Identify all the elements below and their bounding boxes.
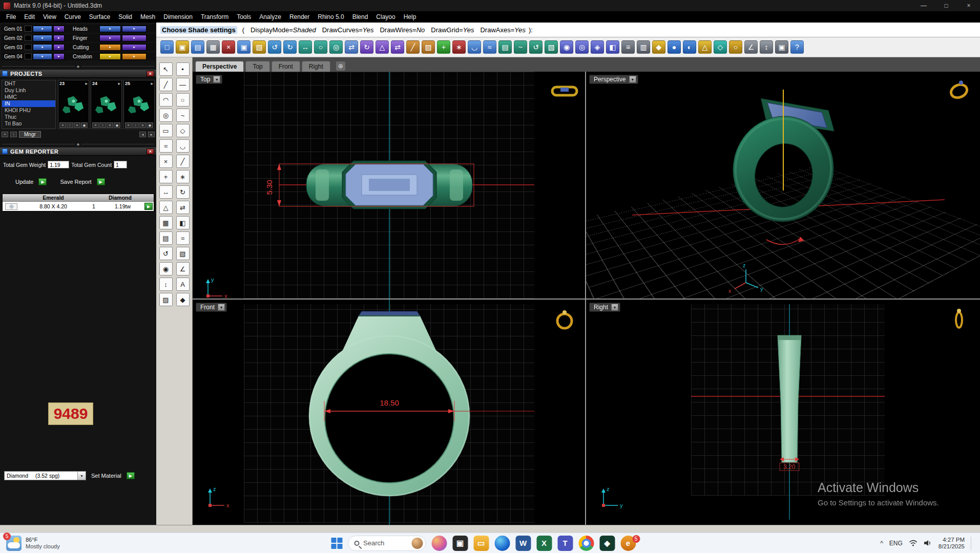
tray-chevron-icon[interactable]: ^ (880, 540, 883, 547)
select-arrow-icon[interactable]: ↖ (159, 62, 173, 76)
tab-right[interactable]: Right (302, 61, 330, 72)
thumb-load-icon[interactable]: ↑ (99, 122, 106, 128)
gem-button-alt[interactable]: ▸ (53, 26, 65, 32)
offset-icon[interactable]: ≈ (483, 40, 496, 54)
viewport-top-label[interactable]: Top ▾ (196, 75, 222, 84)
mode-button[interactable]: ▸ (99, 35, 121, 41)
command-option[interactable]: DrawAxes=Yes (480, 26, 526, 34)
viewport-menu-caret-icon[interactable]: ▾ (218, 304, 225, 311)
save-report-button[interactable]: ▶ (97, 178, 105, 185)
dropdown-caret-icon[interactable]: ▾ (77, 472, 86, 480)
redo-icon[interactable]: ↻ (283, 40, 297, 54)
menu-item[interactable]: Render (285, 11, 314, 23)
lights-icon[interactable]: △ (698, 40, 712, 54)
project-item[interactable]: Thuc (2, 114, 55, 120)
help-icon[interactable]: ? (790, 40, 804, 54)
polygon-icon[interactable]: ◇ (176, 124, 190, 137)
chrome-icon[interactable] (578, 536, 594, 551)
viewport-menu-caret-icon[interactable]: ▾ (629, 76, 636, 83)
dimension-icon[interactable]: ↕ (159, 278, 173, 291)
search-box[interactable]: Search (348, 536, 426, 551)
project-item[interactable]: DHT (2, 80, 55, 87)
viewport-perspective-label[interactable]: Perspective ▾ (589, 75, 638, 84)
materials-icon[interactable]: ◆ (652, 40, 665, 54)
command-bar[interactable]: Choose Shade settings ( DisplayMode=Shad… (156, 23, 980, 37)
minimize-button[interactable]: — (912, 0, 935, 11)
split-icon[interactable]: ▨ (422, 40, 435, 54)
offset-curve-icon[interactable]: ≈ (159, 139, 173, 153)
gem-reporter-close-icon[interactable]: × (147, 148, 154, 155)
project-item[interactable]: Tri Bao (2, 120, 55, 127)
menu-item[interactable]: Help (400, 11, 421, 23)
command-option[interactable]: DisplayMode=Shaded (251, 26, 316, 34)
project-thumbnail[interactable]: 25 ▸ + ↑ × ◆ (123, 80, 155, 129)
thumb-gem-icon[interactable]: ◆ (81, 122, 88, 128)
raytrace-icon[interactable]: ◐ (683, 40, 696, 54)
thumb-delete-icon[interactable]: × (139, 122, 146, 128)
mode-button-alt[interactable]: ▸ (122, 44, 147, 51)
project-up-icon[interactable]: ↑ (10, 132, 17, 137)
menu-item[interactable]: Mesh (136, 11, 159, 23)
gem-tool-icon[interactable]: ◇ (714, 40, 727, 54)
close-button[interactable]: × (957, 0, 980, 11)
matrix-app-icon[interactable]: ◆ (599, 536, 615, 551)
cut-icon[interactable]: × (222, 40, 235, 54)
gem-button-alt[interactable]: ▸ (53, 53, 65, 60)
copy-icon[interactable]: ▣ (237, 40, 251, 54)
gumball-icon[interactable]: ◆ (176, 293, 190, 306)
viewport-menu-caret-icon[interactable]: ▾ (213, 76, 220, 83)
thumb-load-icon[interactable]: ↑ (132, 122, 139, 128)
viewport-perspective[interactable]: Perspective ▾ (586, 72, 980, 299)
dimension-icon[interactable]: ↕ (760, 40, 773, 54)
text-icon[interactable]: A (176, 278, 190, 291)
gem-color-swatch[interactable] (25, 26, 32, 32)
command-option[interactable]: DrawWires=No (380, 26, 425, 34)
gem-color-swatch[interactable] (25, 53, 32, 59)
command-option[interactable]: DrawCurves=Yes (322, 26, 374, 34)
mode-button[interactable]: ▸ (99, 44, 121, 51)
boolean-icon[interactable]: ◉ (159, 262, 173, 275)
thumb-add-icon[interactable]: + (125, 122, 132, 128)
hatch-icon[interactable]: ▨ (159, 293, 173, 306)
save-icon[interactable]: ▤ (191, 40, 204, 54)
circle-icon[interactable]: ○ (176, 93, 190, 107)
update-button[interactable]: ▶ (38, 178, 47, 185)
gem-button[interactable]: ▸ (33, 53, 52, 60)
thumbnail-next-icon[interactable]: ▸ (151, 81, 153, 86)
panel-splitter[interactable]: ◆ (0, 65, 156, 68)
clock[interactable]: 4:27 PM 8/21/2025 (939, 537, 965, 550)
trim-icon[interactable]: × (159, 155, 173, 168)
excel-icon[interactable]: X (536, 536, 552, 551)
menu-item[interactable]: File (2, 11, 20, 23)
explode-icon[interactable]: ∗ (452, 40, 466, 54)
revolve-icon[interactable]: ↺ (159, 247, 173, 260)
sweep-icon[interactable]: ~ (514, 40, 527, 54)
mode-button-alt[interactable]: ▸ (122, 35, 147, 41)
project-item[interactable]: HMC (2, 94, 55, 100)
line-icon[interactable]: ╱ (159, 78, 173, 91)
zoom-icon[interactable]: ○ (314, 40, 327, 54)
extrude-icon[interactable]: ▧ (545, 40, 558, 54)
total-count-value[interactable]: 1 (114, 161, 127, 168)
menu-item[interactable]: Curve (60, 11, 85, 23)
teams-icon[interactable]: T (557, 536, 573, 551)
surface-icon[interactable]: ◧ (176, 216, 190, 229)
rectangle-icon[interactable]: ▭ (159, 124, 173, 137)
project-add-icon[interactable]: + (2, 132, 8, 137)
project-item[interactable]: KHOI PHU (2, 107, 55, 114)
project-next-icon[interactable]: ▸ (148, 132, 155, 137)
ellipse-icon[interactable]: ◎ (159, 109, 173, 122)
move-icon[interactable]: ⇄ (345, 40, 358, 54)
viewport-right[interactable]: Right ▾ 3.20 (586, 300, 980, 525)
settings-icon[interactable]: ▣ (775, 40, 788, 54)
mode-button[interactable]: ▸ (99, 53, 121, 60)
gem-color-swatch[interactable] (25, 35, 32, 41)
gem-button[interactable]: ▸ (33, 44, 52, 51)
extrude-icon[interactable]: ▧ (176, 247, 190, 260)
layers-icon[interactable]: ≡ (621, 40, 635, 54)
viewport-top[interactable]: Top ▾ (193, 72, 585, 299)
move-icon[interactable]: ↔ (159, 185, 173, 199)
split-icon[interactable]: ╱ (176, 155, 190, 168)
project-item[interactable]: Duy Linh (2, 87, 55, 94)
gem-reporter-header[interactable]: GEM REPORTER × (0, 147, 156, 156)
